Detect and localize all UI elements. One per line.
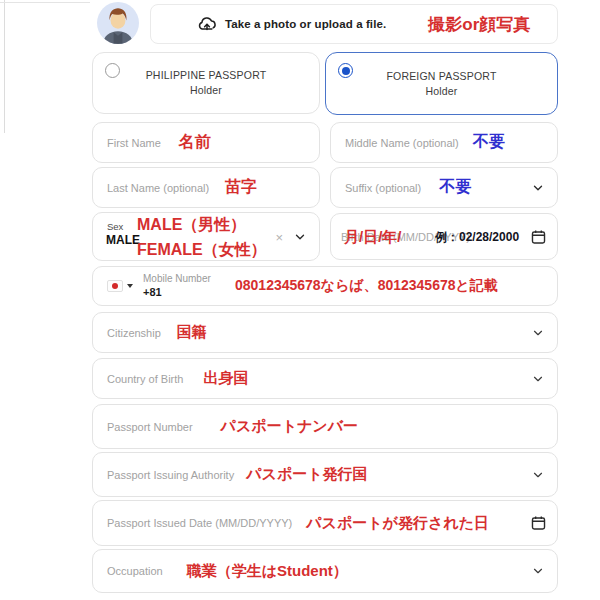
- country-of-birth-annotation: 出身国: [203, 369, 248, 388]
- suffix-annotation: 不要: [439, 177, 471, 198]
- last-name-field[interactable]: Last Name (optional) 苗字: [92, 167, 320, 208]
- occupation-field[interactable]: Occupation 職業（学生はStudent）: [92, 549, 558, 593]
- first-name-annotation: 名前: [179, 132, 211, 153]
- chevron-down-icon[interactable]: [531, 564, 545, 578]
- avatar: [97, 2, 139, 44]
- upload-cloud-icon: [197, 14, 217, 34]
- upload-annotation: 撮影or顔写真: [428, 13, 530, 36]
- chevron-down-icon[interactable]: [293, 230, 307, 244]
- country-of-birth-field[interactable]: Country of Birth 出身国: [92, 358, 558, 399]
- passport-issued-date-placeholder: Passport Issued Date (MM/DD/YYYY): [107, 517, 292, 529]
- birth-date-field[interactable]: Birth Date (MM/DD/YYYY) 月/日/年/ 例：02/28/2…: [330, 213, 558, 260]
- passport-option-label: FOREIGN PASSPORT Holder: [326, 53, 557, 114]
- chevron-down-icon[interactable]: [531, 181, 545, 195]
- middle-name-field[interactable]: Middle Name (optional) 不要: [330, 122, 558, 163]
- citizenship-field[interactable]: Citizenship 国籍: [92, 312, 558, 353]
- mobile-number-field[interactable]: Mobile Number +81 08012345678ならば、8012345…: [92, 266, 558, 306]
- passport-option-philippine[interactable]: PHILIPPINE PASSPORT Holder: [92, 52, 320, 114]
- radio-selected-icon[interactable]: [338, 63, 353, 78]
- sex-value: MALE: [106, 233, 140, 247]
- suffix-field[interactable]: Suffix (optional) 不要: [330, 167, 558, 208]
- passport-issued-date-field[interactable]: Passport Issued Date (MM/DD/YYYY) パスポートが…: [92, 500, 558, 546]
- chevron-down-icon[interactable]: [531, 372, 545, 386]
- occupation-annotation: 職業（学生はStudent）: [187, 562, 348, 581]
- passport-issued-date-annotation: パスポートが発行された日: [306, 514, 489, 533]
- mobile-number-labels: Mobile Number +81: [143, 273, 211, 298]
- sex-annotation-male: MALE（男性）: [137, 215, 246, 236]
- occupation-placeholder: Occupation: [107, 565, 163, 577]
- country-of-birth-placeholder: Country of Birth: [107, 373, 183, 385]
- mobile-number-label: Mobile Number: [143, 273, 211, 284]
- mobile-number-annotation: 08012345678ならば、8012345678と記載: [235, 277, 498, 295]
- page-border-line-vertical: [4, 0, 5, 133]
- suffix-placeholder: Suffix (optional): [345, 182, 421, 194]
- upload-label: Take a photo or upload a file.: [225, 18, 386, 30]
- birth-date-annotation-format: 月/日/年/: [344, 227, 402, 246]
- middle-name-placeholder: Middle Name (optional): [345, 137, 459, 149]
- radio-unselected-icon[interactable]: [105, 63, 120, 78]
- last-name-placeholder: Last Name (optional): [107, 182, 209, 194]
- chevron-down-icon[interactable]: [531, 468, 545, 482]
- sex-annotation-female: FEMALE（女性）: [137, 240, 267, 261]
- passport-number-placeholder: Passport Number: [107, 421, 193, 433]
- sex-label: Sex: [107, 221, 123, 232]
- photo-upload-button[interactable]: Take a photo or upload a file. 撮影or顔写真: [150, 4, 558, 44]
- calendar-icon[interactable]: [530, 228, 547, 245]
- first-name-placeholder: First Name: [107, 137, 161, 149]
- etravel-registration-form: Take a photo or upload a file. 撮影or顔写真 P…: [0, 0, 600, 600]
- clear-icon[interactable]: ×: [275, 230, 283, 243]
- passport-number-annotation: パスポートナンバー: [221, 417, 358, 436]
- citizenship-annotation: 国籍: [177, 323, 207, 342]
- passport-issuing-authority-field[interactable]: Passport Issuing Authority パスポート発行国: [92, 452, 558, 497]
- passport-issuing-authority-placeholder: Passport Issuing Authority: [107, 469, 234, 481]
- dial-code: +81: [143, 286, 211, 298]
- passport-issuing-authority-annotation: パスポート発行国: [246, 465, 367, 484]
- citizenship-placeholder: Citizenship: [107, 327, 161, 339]
- passport-option-label: PHILIPPINE PASSPORT Holder: [93, 53, 319, 113]
- person-avatar-icon: [97, 2, 139, 44]
- calendar-icon[interactable]: [530, 515, 547, 532]
- page-border-line-horizontal: [0, 2, 90, 3]
- last-name-annotation: 苗字: [225, 177, 257, 198]
- birth-date-annotation-example: 例：02/28/2000: [435, 228, 519, 245]
- caret-down-icon[interactable]: [127, 284, 133, 288]
- chevron-down-icon[interactable]: [531, 326, 545, 340]
- first-name-field[interactable]: First Name 名前: [92, 122, 320, 163]
- passport-option-foreign[interactable]: FOREIGN PASSPORT Holder: [325, 52, 558, 115]
- sex-field[interactable]: Sex MALE MALE（男性） FEMALE（女性） ×: [92, 212, 320, 261]
- middle-name-annotation: 不要: [473, 132, 505, 153]
- passport-number-field[interactable]: Passport Number パスポートナンバー: [92, 404, 558, 449]
- japan-flag-icon[interactable]: [107, 280, 123, 292]
